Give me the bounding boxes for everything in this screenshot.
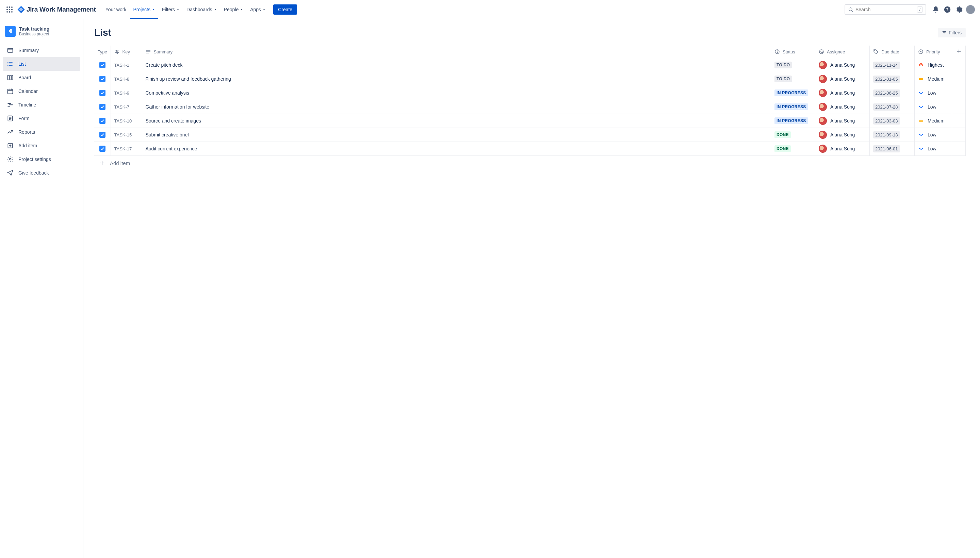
priority-cell[interactable]: Highest (918, 62, 948, 68)
svg-point-5 (11, 9, 13, 10)
due-date-badge[interactable]: 2021-03-03 (873, 117, 900, 125)
due-date-badge[interactable]: 2021-06-25 (873, 89, 900, 97)
search-input[interactable] (855, 7, 917, 12)
column-priority[interactable]: Priority (915, 46, 952, 58)
issue-summary[interactable]: Competitive analysis (146, 90, 189, 95)
column-summary[interactable]: Summary (142, 46, 771, 58)
add-column-button[interactable] (952, 46, 966, 58)
table-row[interactable]: TASK-1Create pitch deckTO DOAlana Song20… (94, 58, 966, 72)
due-date-badge[interactable]: 2021-09-13 (873, 131, 900, 138)
table-row[interactable]: TASK-17Audit current experienceDONEAlana… (94, 142, 966, 156)
nav-item-apps[interactable]: Apps (247, 0, 269, 19)
create-button[interactable]: Create (273, 5, 297, 15)
priority-label: Low (927, 146, 936, 151)
status-badge[interactable]: DONE (775, 145, 791, 152)
svg-point-8 (11, 11, 13, 13)
product-logo[interactable]: Jira Work Management (17, 5, 96, 14)
sidebar-item-reports[interactable]: Reports (3, 125, 80, 139)
issue-key[interactable]: TASK-1 (114, 62, 130, 68)
priority-cell[interactable]: Low (918, 90, 948, 96)
column-status[interactable]: Status (771, 46, 815, 58)
assignee-cell[interactable]: Alana Song (819, 144, 866, 153)
table-row[interactable]: TASK-15Submit creative briefDONEAlana So… (94, 128, 966, 142)
table-row[interactable]: TASK-9Competitive analysisIN PROGRESSAla… (94, 86, 966, 100)
issue-key[interactable]: TASK-9 (114, 90, 130, 95)
issue-key[interactable]: TASK-8 (114, 77, 130, 82)
due-date-badge[interactable]: 2021-07-28 (873, 103, 900, 111)
due-date-badge[interactable]: 2021-06-01 (873, 145, 900, 153)
assignee-avatar-icon (819, 131, 827, 139)
issue-key[interactable]: TASK-7 (114, 105, 130, 110)
issue-key[interactable]: TASK-17 (114, 146, 132, 151)
add-item-row[interactable]: Add item (94, 156, 966, 170)
nav-item-projects[interactable]: Projects (130, 0, 159, 19)
nav-item-your-work[interactable]: Your work (102, 0, 130, 19)
assignee-cell[interactable]: Alana Song (819, 103, 866, 111)
project-header[interactable]: Task tracking Business project (0, 26, 83, 44)
issue-summary[interactable]: Source and create images (146, 118, 201, 123)
svg-point-0 (7, 7, 8, 8)
sidebar-item-timeline[interactable]: Timeline (3, 98, 80, 112)
status-badge[interactable]: DONE (775, 131, 791, 138)
issue-summary[interactable]: Gather information for website (146, 104, 210, 110)
nav-item-dashboards[interactable]: Dashboards (183, 0, 220, 19)
status-badge[interactable]: TO DO (775, 62, 792, 68)
search-field[interactable]: / (845, 4, 926, 15)
table-row[interactable]: TASK-8Finish up review and feedback gath… (94, 72, 966, 86)
notifications-icon[interactable] (930, 4, 941, 15)
nav-item-filters[interactable]: Filters (159, 0, 183, 19)
priority-low-icon (918, 146, 924, 152)
priority-cell[interactable]: Low (918, 104, 948, 110)
assignee-cell[interactable]: Alana Song (819, 131, 866, 139)
table-row[interactable]: TASK-10Source and create imagesIN PROGRE… (94, 114, 966, 128)
sidebar-item-board[interactable]: Board (3, 71, 80, 84)
priority-cell[interactable]: Medium (918, 118, 948, 124)
column-assignee[interactable]: Assignee (815, 46, 870, 58)
settings-icon[interactable] (954, 4, 964, 15)
svg-point-18 (8, 62, 8, 63)
column-type[interactable]: Type (94, 46, 111, 58)
issue-key[interactable]: TASK-15 (114, 132, 132, 138)
profile-avatar[interactable] (965, 4, 976, 15)
help-icon[interactable]: ? (942, 4, 953, 15)
priority-highest-icon (918, 62, 924, 68)
column-key[interactable]: Key (111, 46, 142, 58)
sidebar-item-add-item[interactable]: Add item (3, 139, 80, 153)
sidebar-item-form[interactable]: Form (3, 112, 80, 125)
priority-cell[interactable]: Low (918, 146, 948, 152)
sidebar-item-list[interactable]: List (3, 57, 80, 71)
nav-label: Projects (133, 7, 150, 12)
svg-point-20 (8, 65, 8, 66)
status-badge[interactable]: TO DO (775, 75, 792, 82)
mention-icon (819, 49, 824, 54)
assignee-cell[interactable]: Alana Song (819, 61, 866, 69)
filters-button[interactable]: Filters (938, 28, 966, 38)
issue-summary[interactable]: Create pitch deck (146, 62, 183, 68)
issue-summary[interactable]: Finish up review and feedback gathering (146, 76, 231, 82)
column-duedate[interactable]: Due date (870, 46, 915, 58)
due-date-badge[interactable]: 2021-11-14 (873, 62, 900, 69)
issue-key[interactable]: TASK-10 (114, 118, 132, 123)
priority-cell[interactable]: Medium (918, 76, 948, 82)
issue-summary[interactable]: Audit current experience (146, 146, 197, 151)
assignee-cell[interactable]: Alana Song (819, 89, 866, 97)
sidebar-item-label: Summary (18, 48, 39, 53)
priority-cell[interactable]: Low (918, 132, 948, 138)
primary-nav: Your workProjectsFiltersDashboardsPeople… (102, 0, 269, 19)
jira-logo-icon (17, 5, 25, 14)
issue-summary[interactable]: Submit creative brief (146, 132, 189, 138)
app-switcher-icon[interactable] (4, 4, 15, 15)
assignee-cell[interactable]: Alana Song (819, 117, 866, 125)
sidebar-item-summary[interactable]: Summary (3, 44, 80, 57)
assignee-cell[interactable]: Alana Song (819, 75, 866, 83)
sidebar-item-give-feedback[interactable]: Give feedback (3, 166, 80, 180)
status-badge[interactable]: IN PROGRESS (775, 103, 808, 110)
status-badge[interactable]: IN PROGRESS (775, 117, 808, 124)
sidebar-item-label: Add item (18, 143, 37, 148)
due-date-badge[interactable]: 2021-01-05 (873, 75, 900, 83)
sidebar-item-project-settings[interactable]: Project settings (3, 153, 80, 166)
nav-item-people[interactable]: People (220, 0, 247, 19)
status-badge[interactable]: IN PROGRESS (775, 89, 808, 96)
table-row[interactable]: TASK-7Gather information for websiteIN P… (94, 100, 966, 114)
sidebar-item-calendar[interactable]: Calendar (3, 84, 80, 98)
